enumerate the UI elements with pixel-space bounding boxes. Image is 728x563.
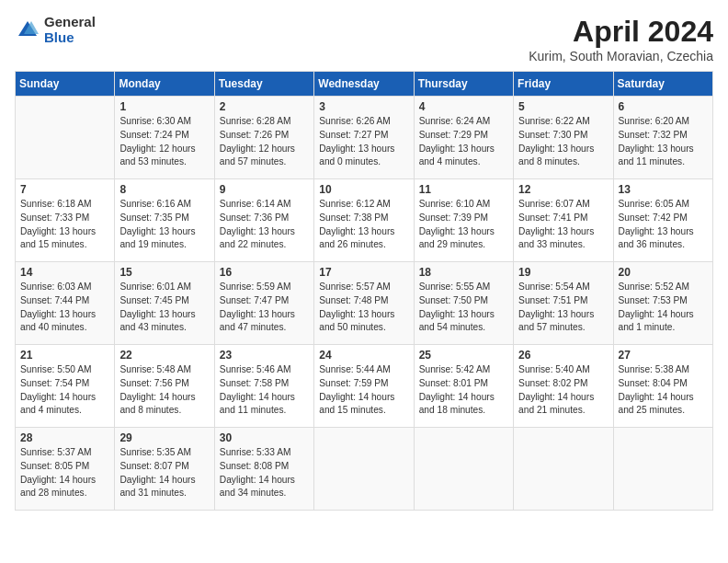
cell-info: Sunrise: 6:20 AM Sunset: 7:32 PM Dayligh… <box>619 115 708 169</box>
calendar-row: 28Sunrise: 5:37 AM Sunset: 8:05 PM Dayli… <box>16 428 713 511</box>
day-number: 25 <box>419 349 508 362</box>
day-number: 18 <box>419 266 508 279</box>
cell-info: Sunrise: 5:54 AM Sunset: 7:51 PM Dayligh… <box>518 281 608 335</box>
cell-info: Sunrise: 5:33 AM Sunset: 8:08 PM Dayligh… <box>220 446 309 500</box>
calendar-cell: 1Sunrise: 6:30 AM Sunset: 7:24 PM Daylig… <box>115 97 214 179</box>
calendar-cell: 7Sunrise: 6:18 AM Sunset: 7:33 PM Daylig… <box>16 179 115 262</box>
calendar-cell: 16Sunrise: 5:59 AM Sunset: 7:47 PM Dayli… <box>214 262 313 345</box>
calendar-cell: 13Sunrise: 6:05 AM Sunset: 7:42 PM Dayli… <box>613 179 712 262</box>
day-number: 5 <box>518 100 608 113</box>
day-number: 30 <box>220 431 309 444</box>
day-number: 29 <box>119 431 209 444</box>
header-cell-friday: Friday <box>514 72 613 97</box>
day-number: 17 <box>319 266 408 279</box>
cell-info: Sunrise: 6:14 AM Sunset: 7:36 PM Dayligh… <box>220 198 309 252</box>
calendar-cell: 23Sunrise: 5:46 AM Sunset: 7:58 PM Dayli… <box>214 345 313 428</box>
day-number: 19 <box>518 266 608 279</box>
day-number: 21 <box>20 349 109 362</box>
day-number: 12 <box>518 183 608 196</box>
header-cell-thursday: Thursday <box>414 72 513 97</box>
cell-info: Sunrise: 5:46 AM Sunset: 7:58 PM Dayligh… <box>220 363 309 418</box>
header-cell-tuesday: Tuesday <box>214 72 313 97</box>
day-number: 16 <box>220 266 309 279</box>
calendar-cell <box>16 97 115 179</box>
logo-general: General <box>44 15 96 30</box>
calendar-cell: 3Sunrise: 6:26 AM Sunset: 7:27 PM Daylig… <box>314 97 414 179</box>
calendar-cell: 21Sunrise: 5:50 AM Sunset: 7:54 PM Dayli… <box>16 345 115 428</box>
calendar-cell <box>314 428 414 511</box>
calendar-cell: 6Sunrise: 6:20 AM Sunset: 7:32 PM Daylig… <box>613 97 712 179</box>
cell-info: Sunrise: 5:42 AM Sunset: 8:01 PM Dayligh… <box>419 363 508 418</box>
cell-info: Sunrise: 6:16 AM Sunset: 7:35 PM Dayligh… <box>119 198 209 252</box>
calendar-row: 21Sunrise: 5:50 AM Sunset: 7:54 PM Dayli… <box>16 345 713 428</box>
logo-text: General Blue <box>44 15 96 45</box>
cell-info: Sunrise: 6:24 AM Sunset: 7:29 PM Dayligh… <box>419 115 508 169</box>
day-number: 1 <box>119 100 209 113</box>
day-number: 2 <box>220 100 309 113</box>
calendar-cell: 30Sunrise: 5:33 AM Sunset: 8:08 PM Dayli… <box>214 428 313 511</box>
cell-info: Sunrise: 6:18 AM Sunset: 7:33 PM Dayligh… <box>20 198 109 252</box>
calendar-cell: 17Sunrise: 5:57 AM Sunset: 7:48 PM Dayli… <box>314 262 414 345</box>
logo-icon <box>15 17 40 43</box>
header-cell-monday: Monday <box>115 72 214 97</box>
day-number: 28 <box>20 431 109 444</box>
calendar-cell: 8Sunrise: 6:16 AM Sunset: 7:35 PM Daylig… <box>115 179 214 262</box>
calendar-cell: 25Sunrise: 5:42 AM Sunset: 8:01 PM Dayli… <box>414 345 513 428</box>
day-number: 6 <box>619 100 708 113</box>
day-number: 23 <box>220 349 309 362</box>
cell-info: Sunrise: 5:44 AM Sunset: 7:59 PM Dayligh… <box>319 363 408 418</box>
cell-info: Sunrise: 5:37 AM Sunset: 8:05 PM Dayligh… <box>20 446 109 500</box>
cell-info: Sunrise: 5:40 AM Sunset: 8:02 PM Dayligh… <box>518 363 608 418</box>
cell-info: Sunrise: 6:05 AM Sunset: 7:42 PM Dayligh… <box>619 198 708 252</box>
day-number: 4 <box>419 100 508 113</box>
day-number: 8 <box>119 183 209 196</box>
cell-info: Sunrise: 5:52 AM Sunset: 7:53 PM Dayligh… <box>619 281 708 335</box>
calendar-row: 14Sunrise: 6:03 AM Sunset: 7:44 PM Dayli… <box>16 262 713 345</box>
calendar-cell: 27Sunrise: 5:38 AM Sunset: 8:04 PM Dayli… <box>613 345 712 428</box>
month-title: April 2024 <box>529 15 713 49</box>
calendar-header-row: SundayMondayTuesdayWednesdayThursdayFrid… <box>16 72 713 97</box>
cell-info: Sunrise: 6:26 AM Sunset: 7:27 PM Dayligh… <box>319 115 408 169</box>
day-number: 11 <box>419 183 508 196</box>
cell-info: Sunrise: 5:35 AM Sunset: 8:07 PM Dayligh… <box>119 446 209 500</box>
calendar-cell: 5Sunrise: 6:22 AM Sunset: 7:30 PM Daylig… <box>514 97 613 179</box>
day-number: 10 <box>319 183 408 196</box>
calendar-cell: 29Sunrise: 5:35 AM Sunset: 8:07 PM Dayli… <box>115 428 214 511</box>
calendar-cell: 4Sunrise: 6:24 AM Sunset: 7:29 PM Daylig… <box>414 97 513 179</box>
cell-info: Sunrise: 5:59 AM Sunset: 7:47 PM Dayligh… <box>220 281 309 335</box>
day-number: 26 <box>518 349 608 362</box>
calendar-cell: 2Sunrise: 6:28 AM Sunset: 7:26 PM Daylig… <box>214 97 313 179</box>
cell-info: Sunrise: 6:28 AM Sunset: 7:26 PM Dayligh… <box>220 115 309 169</box>
day-number: 14 <box>20 266 109 279</box>
cell-info: Sunrise: 5:57 AM Sunset: 7:48 PM Dayligh… <box>319 281 408 335</box>
cell-info: Sunrise: 6:22 AM Sunset: 7:30 PM Dayligh… <box>518 115 608 169</box>
calendar-row: 1Sunrise: 6:30 AM Sunset: 7:24 PM Daylig… <box>16 97 713 179</box>
calendar-cell <box>613 428 712 511</box>
cell-info: Sunrise: 6:01 AM Sunset: 7:45 PM Dayligh… <box>119 281 209 335</box>
calendar-cell: 26Sunrise: 5:40 AM Sunset: 8:02 PM Dayli… <box>514 345 613 428</box>
calendar-cell: 10Sunrise: 6:12 AM Sunset: 7:38 PM Dayli… <box>314 179 414 262</box>
calendar-cell: 14Sunrise: 6:03 AM Sunset: 7:44 PM Dayli… <box>16 262 115 345</box>
calendar-cell: 20Sunrise: 5:52 AM Sunset: 7:53 PM Dayli… <box>613 262 712 345</box>
calendar-cell: 11Sunrise: 6:10 AM Sunset: 7:39 PM Dayli… <box>414 179 513 262</box>
cell-info: Sunrise: 6:03 AM Sunset: 7:44 PM Dayligh… <box>20 281 109 335</box>
cell-info: Sunrise: 6:30 AM Sunset: 7:24 PM Dayligh… <box>119 115 209 169</box>
location: Kurim, South Moravian, Czechia <box>529 49 713 63</box>
cell-info: Sunrise: 6:10 AM Sunset: 7:39 PM Dayligh… <box>419 198 508 252</box>
cell-info: Sunrise: 5:50 AM Sunset: 7:54 PM Dayligh… <box>20 363 109 418</box>
header-cell-wednesday: Wednesday <box>314 72 414 97</box>
header-cell-saturday: Saturday <box>613 72 712 97</box>
calendar-cell: 28Sunrise: 5:37 AM Sunset: 8:05 PM Dayli… <box>16 428 115 511</box>
calendar-cell: 12Sunrise: 6:07 AM Sunset: 7:41 PM Dayli… <box>514 179 613 262</box>
calendar-cell <box>514 428 613 511</box>
day-number: 9 <box>220 183 309 196</box>
page-header: General Blue April 2024 Kurim, South Mor… <box>15 15 713 63</box>
header-cell-sunday: Sunday <box>16 72 115 97</box>
calendar-row: 7Sunrise: 6:18 AM Sunset: 7:33 PM Daylig… <box>16 179 713 262</box>
day-number: 24 <box>319 349 408 362</box>
calendar-cell: 15Sunrise: 6:01 AM Sunset: 7:45 PM Dayli… <box>115 262 214 345</box>
day-number: 7 <box>20 183 109 196</box>
logo: General Blue <box>15 15 96 45</box>
cell-info: Sunrise: 6:12 AM Sunset: 7:38 PM Dayligh… <box>319 198 408 252</box>
day-number: 20 <box>619 266 708 279</box>
